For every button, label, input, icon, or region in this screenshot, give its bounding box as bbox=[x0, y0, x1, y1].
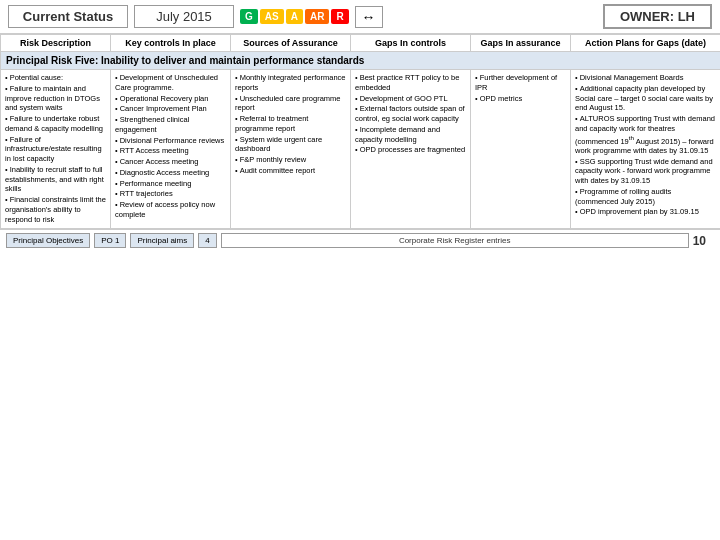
act-4: SSG supporting Trust wide demand and cap… bbox=[575, 157, 716, 186]
principal-aims-button[interactable]: Principal aims bbox=[130, 233, 194, 248]
key-ctrl-4: Strengthened clinical engagement bbox=[115, 115, 226, 135]
risk-item-1: Potential cause: bbox=[5, 73, 106, 83]
key-ctrl-1: Development of Unscheduled Care programm… bbox=[115, 73, 226, 93]
key-ctrl-3: Cancer Improvement Plan bbox=[115, 104, 226, 114]
col-gaps-assurance-header: Gaps In assurance bbox=[471, 35, 571, 52]
risk-table: Risk Description Key controls In place S… bbox=[0, 34, 720, 229]
number-4-button[interactable]: 4 bbox=[198, 233, 216, 248]
src-3: Referral to treatment programme report bbox=[235, 114, 346, 134]
col-gaps-controls-header: Gaps In controls bbox=[351, 35, 471, 52]
gap-ctrl-2: Development of GOO PTL bbox=[355, 94, 466, 104]
gaps-controls-list: Best practice RTT policy to be embedded … bbox=[355, 73, 466, 155]
col-risk-header: Risk Description bbox=[1, 35, 111, 52]
src-2: Unscheduled care programme report bbox=[235, 94, 346, 114]
header-date: July 2015 bbox=[134, 5, 234, 28]
risk-item-3: Failure to undertake robust demand & cap… bbox=[5, 114, 106, 134]
action-plans-cell: Divisional Management Boards Additional … bbox=[571, 70, 721, 229]
table-row: Potential cause: Failure to maintain and… bbox=[1, 70, 721, 229]
gap-ctrl-3: External factors outside span of control… bbox=[355, 104, 466, 124]
col-action-header: Action Plans for Gaps (date) bbox=[571, 35, 721, 52]
current-status-title: Current Status bbox=[8, 5, 128, 28]
badge-ar: AR bbox=[305, 9, 329, 24]
act-6: OPD improvement plan by 31.09.15 bbox=[575, 207, 716, 217]
sources-assurance-list: Monthly integrated performance reports U… bbox=[235, 73, 346, 176]
principal-objectives-button[interactable]: Principal Objectives bbox=[6, 233, 90, 248]
key-ctrl-2: Operational Recovery plan bbox=[115, 94, 226, 104]
gap-ass-2: OPD metrics bbox=[475, 94, 566, 104]
act-3: ALTUROS supporting Trust with demand and… bbox=[575, 114, 716, 156]
key-ctrl-9: Performance meeting bbox=[115, 179, 226, 189]
owner-label: OWNER: LH bbox=[603, 4, 712, 29]
key-ctrl-11: Review of access policy now complete bbox=[115, 200, 226, 220]
badge-a: A bbox=[286, 9, 303, 24]
gaps-assurance-cell: Further development of IPR OPD metrics bbox=[471, 70, 571, 229]
section-title: Principal Risk Five: Inability to delive… bbox=[1, 52, 721, 70]
col-sources-header: Sources of Assurance bbox=[231, 35, 351, 52]
gaps-assurance-list: Further development of IPR OPD metrics bbox=[475, 73, 566, 103]
risk-item-6: Financial constraints limit the organisa… bbox=[5, 195, 106, 224]
key-ctrl-5: Divisional Performance reviews bbox=[115, 136, 226, 146]
page-number: 10 bbox=[693, 234, 714, 248]
gaps-controls-cell: Best practice RTT policy to be embedded … bbox=[351, 70, 471, 229]
act-1: Divisional Management Boards bbox=[575, 73, 716, 83]
gap-ctrl-4: Incomplete demand and capacity modelling bbox=[355, 125, 466, 145]
col-key-header: Key controls In place bbox=[111, 35, 231, 52]
risk-item-2: Failure to maintain and improve reductio… bbox=[5, 84, 106, 113]
risk-item-5: Inability to recruit staff to full estab… bbox=[5, 165, 106, 194]
src-4: System wide urgent care dashboard bbox=[235, 135, 346, 155]
key-ctrl-6: RTT Access meeting bbox=[115, 146, 226, 156]
header: Current Status July 2015 G AS A AR R ↔ O… bbox=[0, 0, 720, 34]
sources-assurance-cell: Monthly integrated performance reports U… bbox=[231, 70, 351, 229]
key-ctrl-7: Cancer Access meeting bbox=[115, 157, 226, 167]
act-2: Additional capacity plan developed by So… bbox=[575, 84, 716, 113]
gap-ctrl-1: Best practice RTT policy to be embedded bbox=[355, 73, 466, 93]
po1-button[interactable]: PO 1 bbox=[94, 233, 126, 248]
badge-as: AS bbox=[260, 9, 284, 24]
corporate-risk-register-label: Corporate Risk Register entries bbox=[221, 233, 689, 248]
badge-r: R bbox=[331, 9, 348, 24]
key-ctrl-8: Diagnostic Access meeting bbox=[115, 168, 226, 178]
src-6: Audit committee report bbox=[235, 166, 346, 176]
key-ctrl-10: RTT trajectories bbox=[115, 189, 226, 199]
gap-ass-1: Further development of IPR bbox=[475, 73, 566, 93]
risk-description-cell: Potential cause: Failure to maintain and… bbox=[1, 70, 111, 229]
key-controls-cell: Development of Unscheduled Care programm… bbox=[111, 70, 231, 229]
act-5: Programme of rolling audits (commenced J… bbox=[575, 187, 716, 207]
key-controls-list: Development of Unscheduled Care programm… bbox=[115, 73, 226, 220]
footer: Principal Objectives PO 1 Principal aims… bbox=[0, 229, 720, 251]
arrow-icon[interactable]: ↔ bbox=[355, 6, 383, 28]
risk-description-list: Potential cause: Failure to maintain and… bbox=[5, 73, 106, 224]
section-header-row: Principal Risk Five: Inability to delive… bbox=[1, 52, 721, 70]
table-header-row: Risk Description Key controls In place S… bbox=[1, 35, 721, 52]
risk-item-4: Failure of infrastructure/estate resulti… bbox=[5, 135, 106, 164]
badge-g: G bbox=[240, 9, 258, 24]
gap-ctrl-5: OPD processes are fragmented bbox=[355, 145, 466, 155]
action-plans-list: Divisional Management Boards Additional … bbox=[575, 73, 716, 217]
src-1: Monthly integrated performance reports bbox=[235, 73, 346, 93]
src-5: F&P monthly review bbox=[235, 155, 346, 165]
header-badges: G AS A AR R bbox=[240, 9, 349, 24]
